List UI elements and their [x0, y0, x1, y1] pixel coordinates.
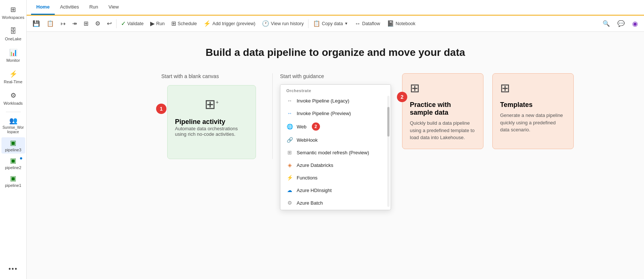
add-trigger-button[interactable]: ⚡ Add trigger (preview)	[200, 19, 258, 28]
pipeline3-label: pipeline3	[5, 148, 21, 152]
view-run-history-label: View run history	[271, 21, 304, 26]
copy-data-label: Copy data	[322, 21, 343, 26]
trigger-icon: ⚡	[203, 20, 211, 27]
sidebar-item-workspaces[interactable]: ⊞ Workspaces	[1, 3, 25, 23]
workloads-icon: ⚙	[10, 92, 16, 100]
sidebar-item-workloads[interactable]: ⚙ Workloads	[1, 89, 25, 109]
settings-button[interactable]: ⚙	[92, 19, 103, 28]
pipeline-activity-card[interactable]: ⊞+ Pipeline activity Automate data orche…	[167, 85, 256, 159]
nav-run[interactable]: Run	[84, 0, 103, 15]
nav-home[interactable]: Home	[31, 0, 55, 15]
pipeline2-icon: ▣	[10, 157, 16, 165]
semantic-model-icon: ⊞	[286, 149, 293, 156]
sidebar-item-monitor[interactable]: 📊 Monitor	[1, 46, 25, 66]
nav-activities[interactable]: Activities	[55, 0, 84, 15]
sidebar-item-realtime[interactable]: ⚡ Real-Time	[1, 67, 25, 87]
validate-icon: ✓	[121, 20, 126, 27]
arrow-right2-icon: ↠	[72, 20, 77, 27]
dataflow-label: Dataflow	[362, 21, 380, 26]
practice-card[interactable]: ⊞ Practice with sample data Quickly buil…	[402, 73, 483, 149]
sidebar-divider	[6, 112, 21, 112]
blank-section-content: 1 ⊞+ Pipeline activity Automate data orc…	[161, 85, 265, 159]
azure-databricks-icon: ◈	[286, 162, 293, 168]
invoke-legacy-label: Invoke Pipeline (Legacy)	[297, 98, 349, 104]
validate-label: Validate	[127, 21, 144, 26]
dropdown-group-label: Orchestrate	[280, 85, 391, 94]
page-title: Build a data pipeline to organize and mo…	[206, 47, 465, 58]
search-button[interactable]: 🔍	[600, 19, 613, 28]
grid-icon: ⊞	[84, 20, 88, 27]
dropdown-item-functions[interactable]: ⚡ Functions	[280, 171, 391, 184]
onelake-icon: 🗄	[10, 27, 17, 36]
grid-button[interactable]: ⊞	[81, 19, 91, 28]
sidebar-item-label: Real-Time	[4, 80, 22, 84]
sidebar-item-sunrise-workspace[interactable]: 👥 Sunrise_Wor kspace	[1, 115, 25, 136]
search-icon: 🔍	[603, 20, 610, 27]
web-icon: 🌐	[286, 123, 293, 130]
arrow-right-button[interactable]: ↦	[58, 19, 68, 28]
section-separator	[272, 73, 273, 159]
dropdown-item-web[interactable]: 🌐 Web 2	[280, 120, 391, 134]
more-icon: •••	[9, 265, 18, 273]
chat-button[interactable]: 💬	[614, 19, 628, 28]
templates-card-desc: Generate a new data pipeline quickly usi…	[500, 112, 566, 134]
save-button[interactable]: 💾	[30, 19, 43, 28]
history-icon: 🕐	[262, 20, 269, 27]
trigger-label: Add trigger (preview)	[212, 21, 255, 26]
dropdown-item-webhook[interactable]: 🔗 WebHook	[280, 134, 391, 146]
copy-button[interactable]: 📋	[44, 19, 57, 28]
fabric-button[interactable]: ◉	[629, 18, 641, 29]
sidebar: ⊞ Workspaces 🗄 OneLake 📊 Monitor ⚡ Real-…	[0, 0, 27, 279]
copy-data-button[interactable]: 📋 Copy data ▼	[310, 19, 351, 28]
azure-databricks-label: Azure Databricks	[297, 162, 333, 168]
run-label: Run	[156, 21, 165, 26]
workspaces-icon: ⊞	[10, 6, 16, 14]
pipeline1-icon: ▣	[10, 174, 16, 182]
schedule-button[interactable]: ⊞ Schedule	[168, 19, 200, 28]
sidebar-more-button[interactable]: •••	[1, 264, 25, 275]
dropdown-item-invoke-legacy[interactable]: ↔ Invoke Pipeline (Legacy)	[280, 94, 391, 107]
webhook-icon: 🔗	[286, 137, 293, 143]
realtime-icon: ⚡	[9, 70, 17, 78]
sidebar-item-label: Workspaces	[2, 15, 24, 20]
validate-button[interactable]: ✓ Validate	[118, 19, 146, 28]
schedule-label: Schedule	[178, 21, 197, 26]
sidebar-item-pipeline3[interactable]: ▣ pipeline3	[1, 137, 25, 154]
dropdown-item-azure-databricks[interactable]: ◈ Azure Databricks	[280, 159, 391, 171]
dropdown-item-hdinsight[interactable]: ☁ Azure HDInsight	[280, 184, 391, 196]
scrollbar-thumb[interactable]	[387, 107, 390, 137]
invoke-preview-icon: ↔	[286, 110, 293, 117]
invoke-preview-label: Invoke Pipeline (Preview)	[297, 111, 351, 116]
orchestrate-dropdown: Orchestrate ↔ Invoke Pipeline (Legacy) ↔…	[280, 84, 391, 210]
fabric-icon: ◉	[632, 20, 638, 28]
right-cards: 2 ⊞ Practice with sample data Quickly bu…	[402, 73, 574, 149]
dataflow-button[interactable]: ↔ Dataflow	[352, 19, 383, 28]
sidebar-item-label: OneLake	[5, 37, 21, 41]
settings-icon: ⚙	[95, 20, 100, 27]
arrow-right2-button[interactable]: ↠	[69, 19, 80, 28]
sidebar-item-pipeline1[interactable]: ▣ pipeline1	[1, 173, 25, 189]
step-2-number: 2	[401, 94, 404, 100]
sidebar-item-onelake[interactable]: 🗄 OneLake	[1, 24, 25, 44]
run-button[interactable]: ▶ Run	[147, 19, 168, 28]
view-run-history-button[interactable]: 🕐 View run history	[259, 19, 307, 28]
monitor-icon: 📊	[9, 49, 17, 57]
functions-label: Functions	[297, 175, 317, 181]
notebook-button[interactable]: 📓 Notebook	[384, 19, 419, 28]
step-1-number: 1	[160, 106, 163, 112]
hdinsight-icon: ☁	[286, 187, 293, 194]
dropdown-item-azure-batch[interactable]: ⚙ Azure Batch	[280, 196, 391, 209]
invoke-legacy-icon: ↔	[286, 97, 293, 104]
dropdown-item-semantic-model[interactable]: ⊞ Semantic model refresh (Preview)	[280, 146, 391, 159]
practice-card-title: Practice with sample data	[410, 101, 476, 117]
semantic-model-label: Semantic model refresh (Preview)	[297, 150, 369, 155]
sidebar-item-label: Monitor	[6, 58, 20, 63]
templates-card[interactable]: ⊞ Templates Generate a new data pipeline…	[492, 73, 574, 149]
undo-button[interactable]: ↩	[104, 19, 115, 28]
sidebar-item-pipeline2[interactable]: ▣ pipeline2	[1, 155, 25, 171]
nav-view[interactable]: View	[103, 0, 124, 15]
dropdown-item-notifications[interactable]: 🔔 Notifications	[280, 209, 391, 210]
copy-icon: 📋	[47, 20, 54, 27]
dropdown-item-invoke-preview[interactable]: ↔ Invoke Pipeline (Preview)	[280, 107, 391, 120]
scrollbar-track	[387, 96, 390, 207]
